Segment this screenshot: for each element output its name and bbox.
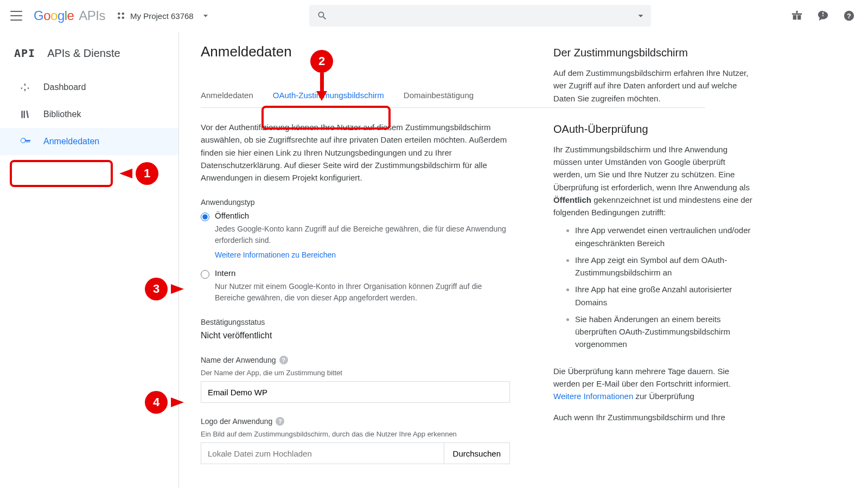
list-item: Ihre App zeigt ein Symbol auf dem OAuth-…	[575, 254, 754, 279]
status-value: Nicht veröffentlicht	[201, 331, 510, 341]
sidebar-item-label: Anmeldedaten	[43, 137, 99, 146]
right-verification-duration: Die Überprüfung kann mehrere Tage dauern…	[553, 365, 754, 403]
right-heading-consent: Der Zustimmungsbildschirm	[553, 47, 754, 59]
svg-point-2	[118, 17, 120, 20]
help-icon[interactable]: ?	[276, 417, 284, 426]
project-name: My Project 63768	[130, 11, 194, 21]
right-oauth-text: Ihr Zustimmungsbildschirm und Ihre Anwen…	[553, 143, 754, 219]
search-filter-dropdown-icon[interactable]	[635, 10, 647, 22]
sidebar-item-label: Bibliothek	[43, 110, 81, 119]
menu-icon[interactable]	[10, 9, 23, 22]
radio-public-desc: Jedes Google-Konto kann Zugriff auf die …	[215, 223, 510, 246]
sidebar-item-dashboard[interactable]: Dashboard	[0, 74, 178, 101]
radio-public-label: Öffentlich	[215, 211, 249, 220]
scopes-info-link[interactable]: Weitere Informationen zu Bereichen	[215, 251, 336, 259]
chevron-down-icon	[200, 10, 211, 21]
library-icon	[20, 109, 30, 120]
tab-oauth-consent[interactable]: OAuth-Zustimmungsbildschirm	[273, 85, 384, 107]
google-apis-logo: Google APIs	[34, 8, 105, 23]
sidebar-header: API APIs & Dienste	[0, 37, 178, 69]
app-logo-heading: Logo der Anwendung ?	[201, 417, 510, 426]
sidebar-item-credentials[interactable]: Anmeldedaten	[0, 128, 178, 155]
dashboard-icon	[20, 82, 30, 93]
api-badge: API	[14, 47, 35, 60]
verification-conditions: Ihre App verwendet einen vertraulichen u…	[553, 224, 754, 350]
app-type-heading: Anwendungstyp	[201, 198, 510, 207]
project-icon	[116, 11, 126, 21]
radio-public[interactable]	[201, 213, 209, 221]
svg-point-0	[118, 12, 120, 15]
app-name-help: Der Name der App, die um Zustimmung bitt…	[201, 369, 510, 377]
announcements-icon[interactable]	[817, 10, 829, 22]
list-item: Ihre App verwendet einen vertraulichen u…	[575, 224, 754, 249]
right-truncated-text: Auch wenn Ihr Zustimmungsbildschirm und …	[553, 411, 754, 423]
list-item: Sie haben Änderungen an einem bereits üb…	[575, 313, 754, 351]
app-logo-help: Ein Bild auf dem Zustimmungsbildschirm, …	[201, 430, 510, 438]
radio-internal[interactable]	[201, 270, 209, 279]
tab-domain-verification[interactable]: Domainbestätigung	[404, 85, 474, 107]
svg-point-1	[122, 12, 124, 15]
search-box[interactable]	[309, 5, 651, 27]
sidebar-item-label: Dashboard	[43, 82, 86, 92]
app-name-heading: Name der Anwendung ?	[201, 356, 510, 364]
list-item: Ihre App hat eine große Anzahl autorisie…	[575, 283, 754, 309]
gift-icon[interactable]	[791, 10, 803, 22]
radio-internal-desc: Nur Nutzer mit einem Google-Konto in Ihr…	[215, 281, 510, 304]
radio-internal-label: Intern	[215, 268, 235, 278]
more-info-link[interactable]: Weitere Informationen	[553, 391, 633, 401]
search-icon	[317, 10, 328, 21]
sidebar-title: APIs & Dienste	[47, 47, 120, 60]
tab-credentials[interactable]: Anmeldedaten	[201, 85, 253, 107]
browse-button[interactable]: Durchsuchen	[444, 442, 510, 464]
svg-point-3	[122, 17, 124, 20]
app-logo-path-input[interactable]	[201, 442, 444, 464]
right-consent-text: Auf dem Zustimmungsbildschirm erfahren I…	[553, 67, 754, 105]
svg-text:?: ?	[847, 12, 851, 20]
intro-text: Vor der Authentifizierung können Ihre Nu…	[201, 121, 510, 184]
right-heading-oauth: OAuth-Überprüfung	[553, 123, 754, 136]
project-selector[interactable]: My Project 63768	[116, 10, 211, 21]
help-icon[interactable]: ?	[843, 10, 855, 22]
key-icon	[20, 136, 31, 147]
page-title: Anmeldedaten	[201, 43, 510, 60]
status-heading: Bestätigungsstatus	[201, 318, 510, 326]
sidebar-item-library[interactable]: Bibliothek	[0, 101, 178, 128]
help-icon[interactable]: ?	[279, 356, 288, 364]
search-input[interactable]	[331, 11, 635, 21]
app-name-input[interactable]	[201, 381, 510, 403]
